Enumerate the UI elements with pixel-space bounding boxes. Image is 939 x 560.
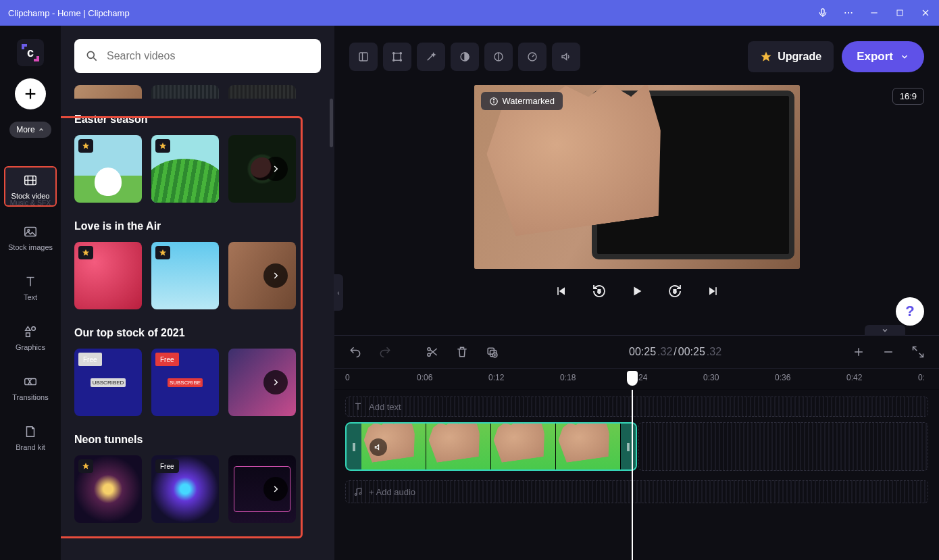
skip-end-button[interactable] xyxy=(703,281,723,301)
window-maximize-icon[interactable] xyxy=(894,7,905,18)
sidebar-item-text[interactable]: Text xyxy=(4,269,57,307)
clip-right-handle[interactable]: ‖ xyxy=(621,424,636,469)
speed-tool-button[interactable] xyxy=(518,43,547,71)
play-button[interactable] xyxy=(627,281,647,301)
rewind-5-button[interactable]: 5 xyxy=(589,281,609,301)
export-button[interactable]: Export xyxy=(842,41,924,72)
search-box[interactable] xyxy=(74,39,321,73)
zoom-in-button[interactable] xyxy=(850,343,867,361)
split-button[interactable] xyxy=(424,343,441,361)
video-clip[interactable]: Greenscreen on Tablet ‖ ‖ xyxy=(345,422,637,471)
stock-thumb[interactable] xyxy=(151,242,219,309)
text-track-lane[interactable]: Add text xyxy=(345,397,928,417)
svg-point-30 xyxy=(400,53,401,54)
magic-tool-button[interactable] xyxy=(417,43,445,71)
premium-badge-icon xyxy=(78,459,93,473)
image-icon xyxy=(23,224,38,239)
sidebar-item-transitions[interactable]: Transitions xyxy=(4,369,57,407)
svg-point-19 xyxy=(32,327,36,331)
stock-thumb[interactable]: FreeSUBSCRIBE xyxy=(151,349,219,416)
skip-start-button[interactable] xyxy=(551,281,572,301)
audio-tool-button[interactable] xyxy=(552,43,580,71)
window-close-icon[interactable] xyxy=(920,7,931,18)
upgrade-label: Upgrade xyxy=(778,51,821,63)
text-icon xyxy=(353,401,363,412)
sidebar-item-label: Text xyxy=(24,293,37,301)
redo-button[interactable] xyxy=(376,343,394,361)
forward-5-button[interactable]: 5 xyxy=(665,281,685,301)
delete-button[interactable] xyxy=(453,343,471,361)
scroll-next-button[interactable] xyxy=(263,370,288,394)
free-badge: Free xyxy=(155,353,179,366)
search-icon xyxy=(85,49,99,63)
contrast-tool-button[interactable] xyxy=(451,43,479,71)
window-titlebar: Clipchamp - Home | Clipchamp xyxy=(0,0,939,26)
zoom-fit-button[interactable] xyxy=(909,343,927,361)
window-minimize-icon[interactable] xyxy=(869,7,880,18)
free-badge: Free xyxy=(155,459,179,473)
stock-thumb[interactable] xyxy=(228,349,296,416)
stock-thumb[interactable] xyxy=(151,135,219,203)
svg-line-33 xyxy=(428,55,433,61)
scroll-next-button[interactable] xyxy=(263,157,288,181)
sidebar-item-brand-kit[interactable]: Brand kit xyxy=(4,419,57,457)
preview-area: 16:9 Watermarked 5 5 ? xyxy=(334,82,939,335)
film-icon xyxy=(23,173,38,188)
svg-line-38 xyxy=(532,55,534,57)
sidebar-item-label: Graphics xyxy=(16,343,45,351)
timeline-tracks[interactable]: Add text Greenscreen on Tablet ‖ ‖ xyxy=(334,390,939,560)
sidebar-item-graphics[interactable]: Graphics xyxy=(4,319,57,357)
svg-point-41 xyxy=(493,99,494,99)
svg-point-1 xyxy=(844,12,846,14)
stock-thumb[interactable] xyxy=(74,135,142,203)
stock-thumb[interactable] xyxy=(228,135,296,203)
stock-thumb[interactable] xyxy=(74,242,142,309)
settings-dots-icon[interactable] xyxy=(843,7,854,18)
more-button[interactable]: More xyxy=(9,122,51,138)
upgrade-button[interactable]: Upgrade xyxy=(748,41,834,72)
undo-button[interactable] xyxy=(347,343,364,361)
svg-line-51 xyxy=(430,350,437,355)
filters-tool-button[interactable] xyxy=(484,43,513,71)
sidebar-item-stock-images[interactable]: Stock images xyxy=(4,219,57,257)
premium-badge-icon xyxy=(78,139,93,153)
expand-timeline-button[interactable] xyxy=(865,325,905,336)
search-input[interactable] xyxy=(107,50,310,62)
sidebar-item-label: Brand kit xyxy=(16,443,45,451)
svg-point-31 xyxy=(393,59,395,61)
panel-scrollbar-thumb[interactable] xyxy=(330,99,333,147)
stock-thumb[interactable] xyxy=(228,455,296,523)
aspect-ratio-button[interactable]: 16:9 xyxy=(892,88,924,105)
preview-video[interactable]: Watermarked xyxy=(474,85,800,269)
sidebar-hidden-music-label: Music & SFX xyxy=(10,199,51,207)
thumb-row xyxy=(74,135,321,203)
scroll-next-button[interactable] xyxy=(263,477,288,501)
svg-line-62 xyxy=(919,353,923,357)
app-logo[interactable]: c xyxy=(17,39,44,66)
nav-sidebar: c More Music & SFX Stock video Stock ima… xyxy=(0,26,61,560)
stock-thumb[interactable] xyxy=(74,455,142,523)
crop-tool-button[interactable] xyxy=(383,43,411,71)
thumb-row xyxy=(74,242,321,309)
thumb-row: FreeUBSCRIBED FreeSUBSCRIBE xyxy=(74,349,321,416)
add-media-button[interactable] xyxy=(15,78,46,109)
scroll-next-button[interactable] xyxy=(263,263,288,288)
export-label: Export xyxy=(857,50,893,63)
svg-line-25 xyxy=(94,58,97,61)
clip-mute-button[interactable] xyxy=(370,438,387,456)
audio-track-lane[interactable]: + Add audio xyxy=(345,480,928,503)
duplicate-button[interactable] xyxy=(483,343,501,361)
video-track-lane-empty[interactable] xyxy=(638,422,928,471)
mic-icon[interactable] xyxy=(817,7,828,18)
stock-thumb[interactable] xyxy=(228,242,296,309)
svg-rect-0 xyxy=(821,9,824,14)
more-label: More xyxy=(16,125,34,134)
stock-thumb[interactable]: FreeUBSCRIBED xyxy=(74,349,142,416)
playhead[interactable] xyxy=(632,390,633,560)
playhead-handle[interactable] xyxy=(627,371,638,386)
zoom-out-button[interactable] xyxy=(880,343,897,361)
clip-left-handle[interactable]: ‖ xyxy=(347,424,361,469)
help-button[interactable]: ? xyxy=(896,297,924,326)
stock-thumb[interactable]: Free xyxy=(151,455,219,523)
layout-tool-button[interactable] xyxy=(349,43,378,71)
